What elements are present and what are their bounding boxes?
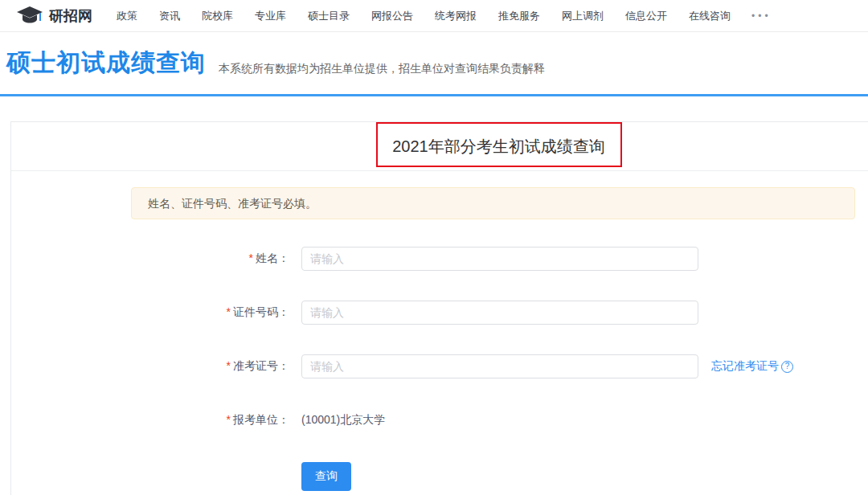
more-menu-icon[interactable]: ••• [751, 10, 772, 22]
target-university-label: *报考单位： [11, 413, 289, 428]
nav-item-online-adjustment[interactable]: 网上调剂 [562, 9, 604, 23]
query-card-title: 2021年部分考生初试成绩查询 [392, 136, 605, 158]
forgot-link-text: 忘记准考证号 [711, 359, 779, 374]
query-card-header: 2021年部分考生初试成绩查询 [11, 122, 868, 171]
target-university-value: (10001)北京大学 [301, 413, 385, 428]
nav-item-info-disclosure[interactable]: 信息公开 [625, 9, 667, 23]
required-asterisk: * [249, 252, 253, 264]
site-logo-text: 研招网 [49, 6, 92, 26]
question-circle-icon: ? [781, 361, 793, 373]
nav-item-exempt-service[interactable]: 推免服务 [498, 9, 540, 23]
page: 研招网 政策 资讯 院校库 专业库 硕士目录 网报公告 统考网报 推免服务 网上… [0, 0, 868, 495]
query-form: *姓名： *证件号码： *准考证号： 忘记准考证号 [11, 247, 868, 491]
id-number-label: *证件号码： [11, 305, 289, 320]
name-label-text: 姓名： [256, 252, 289, 264]
site-logo[interactable]: 研招网 [16, 6, 92, 27]
id-number-label-text: 证件号码： [233, 305, 289, 318]
nav-item-master-catalog[interactable]: 硕士目录 [308, 9, 350, 23]
graduation-cap-icon [16, 6, 43, 27]
form-row-admission-ticket: *准考证号： 忘记准考证号 ? [11, 354, 868, 378]
top-navigation: 研招网 政策 资讯 院校库 专业库 硕士目录 网报公告 统考网报 推免服务 网上… [0, 0, 868, 32]
query-card: 2021年部分考生初试成绩查询 姓名、证件号码、准考证号必填。 *姓名： *证件… [10, 121, 868, 495]
form-row-target-university: *报考单位： (10001)北京大学 [11, 408, 868, 432]
name-label: *姓名： [11, 252, 289, 266]
page-title: 硕士初试成绩查询 [6, 47, 206, 80]
nav-item-news[interactable]: 资讯 [159, 9, 180, 23]
query-submit-button[interactable]: 查询 [301, 462, 351, 491]
admission-ticket-label: *准考证号： [11, 359, 289, 374]
id-number-input[interactable] [301, 301, 698, 325]
nav-item-unified-exam-report[interactable]: 统考网报 [435, 9, 477, 23]
nav-item-college-library[interactable]: 院校库 [202, 9, 233, 23]
page-subtitle: 本系统所有数据均为招生单位提供，招生单位对查询结果负责解释 [219, 62, 545, 76]
blue-divider [0, 94, 868, 96]
required-asterisk: * [227, 413, 231, 426]
admission-ticket-input[interactable] [301, 354, 698, 378]
query-card-body: 姓名、证件号码、准考证号必填。 *姓名： *证件号码： *准考 [11, 187, 868, 491]
required-asterisk: * [227, 359, 231, 372]
required-fields-notice: 姓名、证件号码、准考证号必填。 [131, 187, 855, 219]
nav-item-online-consult[interactable]: 在线咨询 [689, 9, 731, 23]
nav-item-online-report-notice[interactable]: 网报公告 [371, 9, 413, 23]
form-row-name: *姓名： [11, 247, 868, 271]
nav-item-policy[interactable]: 政策 [117, 9, 137, 23]
submit-row: 查询 [11, 462, 868, 491]
page-header: 硕士初试成绩查询 本系统所有数据均为招生单位提供，招生单位对查询结果负责解释 [0, 32, 868, 94]
nav-menu: 政策 资讯 院校库 专业库 硕士目录 网报公告 统考网报 推免服务 网上调剂 信… [117, 9, 731, 23]
required-asterisk: * [227, 305, 231, 318]
name-input[interactable] [301, 247, 698, 271]
forgot-admission-ticket-link[interactable]: 忘记准考证号 ? [711, 359, 793, 374]
target-university-label-text: 报考单位： [233, 413, 289, 426]
form-row-id-number: *证件号码： [11, 301, 868, 325]
admission-ticket-label-text: 准考证号： [233, 359, 289, 372]
nav-item-major-library[interactable]: 专业库 [255, 9, 286, 23]
